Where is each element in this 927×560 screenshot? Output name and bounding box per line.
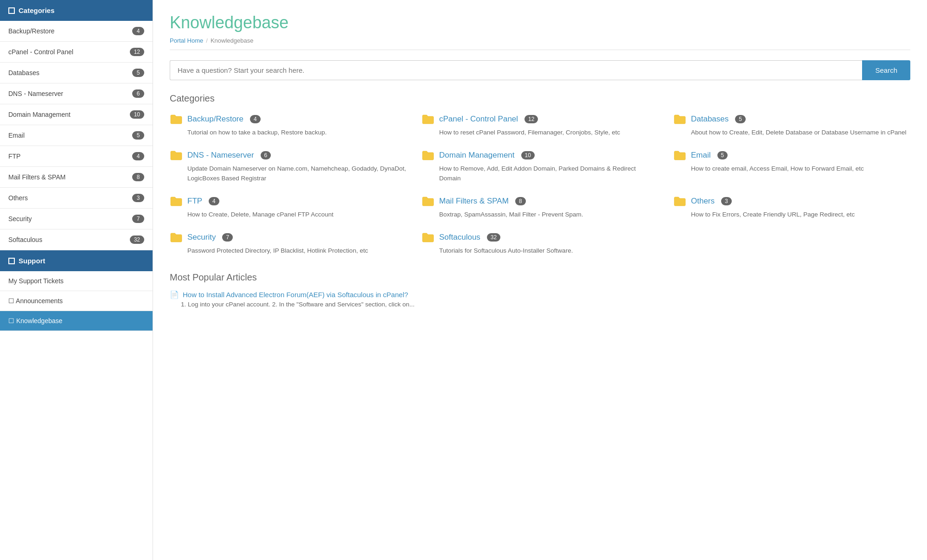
sidebar-item-softaculous[interactable]: Softaculous 32 bbox=[0, 229, 153, 250]
sidebar-item-badge: 7 bbox=[132, 215, 144, 223]
category-badge: 5 bbox=[717, 151, 728, 159]
categories-section-title: Categories bbox=[170, 93, 910, 104]
sidebar-item-cpanel---control-panel[interactable]: cPanel - Control Panel 12 bbox=[0, 42, 153, 63]
category-link[interactable]: Backup/Restore bbox=[187, 115, 243, 124]
sidebar-item-label: Others bbox=[8, 194, 28, 202]
sidebar-item-badge: 32 bbox=[130, 235, 144, 244]
sidebar-support-item-announcements[interactable]: ☐ Announcements bbox=[0, 291, 153, 311]
sidebar-support-list: My Support Tickets☐ Announcements☐ Knowl… bbox=[0, 271, 153, 331]
category-card-backup/restore: Backup/Restore 4 Tutorial on how to take… bbox=[170, 114, 407, 137]
sidebar-support-item-knowledgebase[interactable]: ☐ Knowledgebase bbox=[0, 311, 153, 331]
category-link[interactable]: Softaculous bbox=[439, 233, 480, 242]
sidebar-item-badge: 5 bbox=[132, 69, 144, 77]
category-badge: 3 bbox=[721, 197, 732, 205]
category-card-others: Others 3 How to Fix Errors, Create Frien… bbox=[673, 196, 910, 219]
category-card-databases: Databases 5 About how to Create, Edit, D… bbox=[673, 114, 910, 137]
popular-article: 📄 How to Install Advanced Electron Forum… bbox=[170, 290, 910, 308]
category-desc: Password Protected Directory, IP Blackli… bbox=[187, 246, 407, 255]
sidebar-categories-header: Categories bbox=[0, 0, 153, 21]
category-link[interactable]: Databases bbox=[691, 115, 729, 124]
category-card-header: Others 3 bbox=[673, 196, 910, 206]
category-link[interactable]: FTP bbox=[187, 197, 202, 206]
category-link[interactable]: Email bbox=[691, 151, 711, 160]
category-desc: Tutorials for Softaculous Auto-Installer… bbox=[439, 246, 658, 255]
category-card-header: cPanel - Control Panel 12 bbox=[422, 114, 658, 124]
sidebar-item-label: cPanel - Control Panel bbox=[8, 48, 73, 56]
sidebar-support-item-my-support-tickets[interactable]: My Support Tickets bbox=[0, 271, 153, 291]
sidebar-item-security[interactable]: Security 7 bbox=[0, 209, 153, 229]
category-badge: 5 bbox=[735, 115, 746, 123]
sidebar-item-label: Mail Filters & SPAM bbox=[8, 173, 65, 181]
category-card-dns---nameserver: DNS - Nameserver 6 Update Domain Nameser… bbox=[170, 150, 407, 183]
category-card-header: Softaculous 32 bbox=[422, 232, 658, 242]
sidebar-item-ftp[interactable]: FTP 4 bbox=[0, 146, 153, 167]
sidebar-support-header: Support bbox=[0, 250, 153, 271]
categories-grid: Backup/Restore 4 Tutorial on how to take… bbox=[170, 114, 910, 255]
sidebar-item-others[interactable]: Others 3 bbox=[0, 188, 153, 209]
popular-articles-list: 📄 How to Install Advanced Electron Forum… bbox=[170, 290, 910, 308]
sidebar-item-badge: 5 bbox=[132, 131, 144, 140]
sidebar-item-label: Databases bbox=[8, 69, 39, 76]
category-link[interactable]: DNS - Nameserver bbox=[187, 151, 254, 160]
category-card-header: Databases 5 bbox=[673, 114, 910, 124]
search-input[interactable] bbox=[170, 60, 862, 80]
category-desc: How to Fix Errors, Create Friendly URL, … bbox=[691, 210, 910, 219]
page-title: Knowledgebase bbox=[170, 13, 910, 32]
sidebar-item-email[interactable]: Email 5 bbox=[0, 125, 153, 146]
category-card-header: Security 7 bbox=[170, 232, 407, 242]
category-card-softaculous: Softaculous 32 Tutorials for Softaculous… bbox=[422, 232, 658, 255]
sidebar-item-label: Security bbox=[8, 215, 32, 223]
support-checkbox-icon bbox=[8, 258, 15, 264]
sidebar-item-label: Backup/Restore bbox=[8, 27, 55, 35]
sidebar-item-domain-management[interactable]: Domain Management 10 bbox=[0, 104, 153, 125]
category-desc: How to create email, Access Email, How t… bbox=[691, 164, 910, 173]
category-card-email: Email 5 How to create email, Access Emai… bbox=[673, 150, 910, 183]
category-link[interactable]: Mail Filters & SPAM bbox=[439, 197, 509, 206]
sidebar-categories-label: Categories bbox=[19, 6, 55, 14]
breadcrumb-current: Knowledgebase bbox=[211, 37, 254, 44]
category-desc: About how to Create, Edit, Delete Databa… bbox=[691, 128, 910, 137]
sidebar-item-databases[interactable]: Databases 5 bbox=[0, 63, 153, 83]
search-button[interactable]: Search bbox=[862, 60, 910, 80]
category-card-ftp: FTP 4 How to Create, Delete, Manage cPan… bbox=[170, 196, 407, 219]
category-desc: Tutorial on how to take a backup, Restor… bbox=[187, 128, 407, 137]
category-desc: How to Create, Delete, Manage cPanel FTP… bbox=[187, 210, 407, 219]
category-desc: Boxtrap, SpamAssassin, Mail Filter - Pre… bbox=[439, 210, 658, 219]
category-link[interactable]: Security bbox=[187, 233, 216, 242]
category-badge: 32 bbox=[487, 233, 500, 242]
sidebar: Categories Backup/Restore 4cPanel - Cont… bbox=[0, 0, 153, 560]
category-link[interactable]: cPanel - Control Panel bbox=[439, 115, 518, 124]
breadcrumb: Portal Home / Knowledgebase bbox=[170, 37, 910, 50]
category-desc: How to reset cPanel Password, Filemanage… bbox=[439, 128, 658, 137]
sidebar-item-badge: 3 bbox=[132, 194, 144, 202]
sidebar-item-backup/restore[interactable]: Backup/Restore 4 bbox=[0, 21, 153, 42]
sidebar-item-dns---nameserver[interactable]: DNS - Nameserver 6 bbox=[0, 83, 153, 104]
category-card-header: Domain Management 10 bbox=[422, 150, 658, 160]
breadcrumb-home[interactable]: Portal Home bbox=[170, 37, 203, 44]
category-card-mail-filters-&-spam: Mail Filters & SPAM 8 Boxtrap, SpamAssas… bbox=[422, 196, 658, 219]
sidebar-support-label: Support bbox=[19, 257, 45, 265]
popular-article-excerpt: 1. Log into your cPanel account. 2. In t… bbox=[181, 301, 910, 308]
search-bar: Search bbox=[170, 60, 910, 80]
category-card-header: Backup/Restore 4 bbox=[170, 114, 407, 124]
category-badge: 4 bbox=[209, 197, 219, 205]
sidebar-item-label: DNS - Nameserver bbox=[8, 90, 63, 97]
category-badge: 10 bbox=[521, 151, 535, 159]
article-icon: 📄 bbox=[170, 290, 179, 299]
sidebar-item-badge: 8 bbox=[132, 173, 144, 181]
sidebar-item-mail-filters-&-spam[interactable]: Mail Filters & SPAM 8 bbox=[0, 167, 153, 188]
category-card-header: FTP 4 bbox=[170, 196, 407, 206]
breadcrumb-separator: / bbox=[206, 37, 208, 44]
category-badge: 7 bbox=[222, 233, 233, 242]
sidebar-item-badge: 4 bbox=[132, 27, 144, 35]
sidebar-item-label: Email bbox=[8, 132, 25, 139]
category-card-domain-management: Domain Management 10 How to Remove, Add,… bbox=[422, 150, 658, 183]
sidebar-item-label: FTP bbox=[8, 153, 20, 160]
sidebar-item-label: Domain Management bbox=[8, 111, 70, 118]
popular-article-link[interactable]: 📄 How to Install Advanced Electron Forum… bbox=[170, 290, 910, 299]
category-card-security: Security 7 Password Protected Directory,… bbox=[170, 232, 407, 255]
category-link[interactable]: Domain Management bbox=[439, 151, 515, 160]
category-link[interactable]: Others bbox=[691, 197, 715, 206]
category-badge: 6 bbox=[261, 151, 271, 159]
category-desc: Update Domain Nameserver on Name.com, Na… bbox=[187, 164, 407, 183]
